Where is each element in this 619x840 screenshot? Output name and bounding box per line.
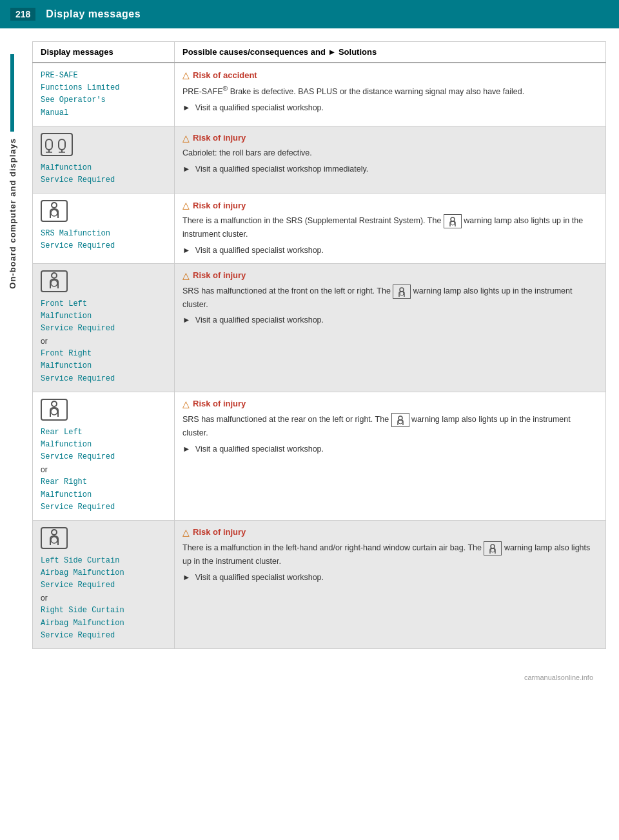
risk-title: Risk of injury [193, 399, 246, 408]
table-row: Left Side CurtainAirbag MalfunctionServi… [33, 520, 606, 648]
message-cell: PRE-SAFEFunctions LimitedSee Operator'sM… [33, 63, 175, 126]
message-cell: SRS MalfunctionService Required [33, 194, 175, 264]
sidebar: On-board computer and displays [0, 28, 25, 840]
svg-point-25 [491, 545, 495, 548]
risk-title: Risk of injury [193, 270, 246, 280]
causes-cell: △ Risk of injury Cabriolet: the roll bar… [175, 126, 606, 193]
message-text: Rear LeftMalfunctionService Required [41, 426, 166, 464]
srs-icon-container [41, 527, 166, 551]
solution-text: ► Visit a qualified specialist workshop. [182, 443, 598, 455]
svg-rect-7 [41, 201, 67, 221]
warning-triangle-icon: △ [182, 133, 190, 143]
warning-triangle-icon: △ [182, 70, 190, 80]
message-cell: MalfunctionService Required [33, 126, 175, 193]
watermark-text: carmanualsonline.info [524, 674, 593, 681]
svg-rect-22 [41, 528, 67, 548]
table-header-row: Display messages Possible causes/consequ… [33, 42, 606, 63]
warning-triangle-icon: △ [182, 399, 190, 409]
or-text: or [41, 465, 166, 474]
risk-title: Risk of accident [193, 70, 257, 80]
srs-icon-container [41, 200, 166, 224]
arrow-icon: ► [182, 445, 190, 454]
or-text: or [41, 337, 166, 346]
inline-srs-icon [444, 214, 462, 228]
or-text: or [41, 594, 166, 603]
svg-rect-1 [46, 139, 52, 150]
message-text: Left Side CurtainAirbag MalfunctionServi… [41, 555, 166, 592]
message-cell: Left Side CurtainAirbag MalfunctionServi… [33, 520, 175, 648]
page-container: 218 Display messages On-board computer a… [0, 0, 619, 840]
col-header-messages: Display messages [33, 42, 175, 63]
message-cell: Rear LeftMalfunctionService Required or … [33, 392, 175, 520]
solution-text: ► Visit a qualified specialist workshop. [182, 572, 598, 584]
causes-cell: △ Risk of accident PRE-SAFE® Brake is de… [175, 63, 606, 126]
inline-srs-icon [393, 285, 411, 299]
risk-header: △ Risk of injury [182, 133, 598, 143]
table-row: Rear LeftMalfunctionService Required or … [33, 392, 606, 520]
inline-icon-svg [393, 415, 408, 425]
inline-icon-svg [395, 286, 409, 297]
srs-icon-container [41, 270, 166, 294]
cause-text: SRS has malfunctioned at the front on th… [182, 285, 598, 311]
footer-area: carmanualsonline.info [32, 649, 606, 688]
header-bar: 218 Display messages [0, 0, 619, 28]
cause-text: SRS has malfunctioned at the rear on the… [182, 413, 598, 439]
srs-person-icon [41, 270, 68, 292]
risk-header: △ Risk of injury [182, 200, 598, 210]
col-header-causes: Possible causes/consequences and ► Solut… [175, 42, 606, 63]
svg-point-11 [451, 221, 455, 225]
message-text: PRE-SAFEFunctions LimitedSee Operator'sM… [41, 70, 166, 119]
svg-point-18 [52, 401, 57, 406]
warning-triangle-icon: △ [182, 527, 190, 537]
inline-srs-icon [484, 541, 502, 555]
srs-person-icon [41, 200, 68, 222]
cause-text: There is a malfunction in the SRS (Suppl… [182, 214, 598, 241]
cause-text: There is a malfunction in the left-hand … [182, 541, 598, 568]
svg-point-23 [52, 530, 57, 535]
message-text-alt: Right Side CurtainAirbag MalfunctionServ… [41, 605, 166, 642]
table-row: SRS MalfunctionService Required △ Risk o… [33, 194, 606, 264]
risk-header: △ Risk of injury [182, 527, 598, 537]
solution-text: ► Visit a qualified specialist workshop. [182, 102, 598, 114]
svg-point-15 [400, 288, 404, 292]
risk-title: Risk of injury [193, 527, 246, 537]
causes-cell: △ Risk of injury There is a malfunction … [175, 520, 606, 648]
message-text-alt: Front RightMalfunctionService Required [41, 348, 166, 385]
svg-point-14 [51, 280, 57, 286]
sidebar-label: On-board computer and displays [8, 138, 17, 289]
causes-cell: △ Risk of injury SRS has malfunctioned a… [175, 263, 606, 392]
risk-header: △ Risk of injury [182, 270, 598, 281]
display-table: Display messages Possible causes/consequ… [32, 41, 606, 649]
rollbar-icon [41, 133, 73, 156]
main-content: Display messages Possible causes/consequ… [32, 28, 606, 688]
message-text: MalfunctionService Required [41, 162, 166, 186]
risk-title: Risk of injury [193, 201, 246, 210]
svg-rect-4 [59, 139, 65, 150]
table-row: PRE-SAFEFunctions LimitedSee Operator'sM… [33, 63, 606, 126]
risk-header: △ Risk of injury [182, 399, 598, 409]
table-row: MalfunctionService Required △ Risk of in… [33, 126, 606, 193]
arrow-icon: ► [182, 315, 190, 325]
causes-cell: △ Risk of injury There is a malfunction … [175, 194, 606, 264]
message-text: Front LeftMalfunctionService Required [41, 298, 166, 335]
svg-point-26 [491, 548, 495, 552]
page-title: Display messages [46, 8, 141, 20]
svg-point-19 [51, 408, 57, 415]
srs-person-icon [41, 399, 68, 421]
warning-triangle-icon: △ [182, 270, 190, 281]
svg-point-8 [52, 203, 57, 208]
svg-point-24 [51, 537, 57, 543]
arrow-icon: ► [182, 246, 190, 255]
svg-point-20 [398, 416, 402, 420]
arrow-icon: ► [182, 573, 190, 582]
rollbar-icon-container [41, 133, 166, 158]
svg-point-10 [451, 217, 455, 221]
arrow-icon: ► [182, 165, 190, 174]
solution-text: ► Visit a qualified specialist workshop. [182, 245, 598, 257]
cause-text: PRE-SAFE® Brake is defective. BAS PLUS o… [182, 84, 598, 98]
page-number: 218 [10, 8, 35, 21]
risk-header: △ Risk of accident [182, 70, 598, 80]
solution-text: ► Visit a qualified specialist workshop … [182, 163, 598, 175]
srs-person-icon [41, 527, 68, 549]
svg-point-21 [398, 420, 402, 424]
